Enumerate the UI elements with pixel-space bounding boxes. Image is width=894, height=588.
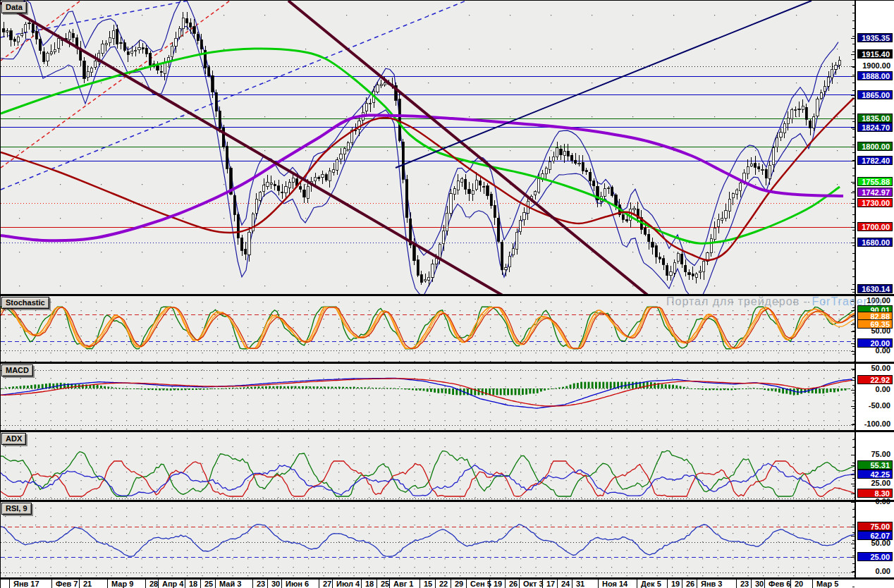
candle [772, 148, 774, 165]
candle [50, 52, 52, 54]
main-chart-canvas[interactable] [1, 1, 855, 294]
candle [790, 110, 792, 119]
macd-histogram-bar [232, 388, 234, 388]
candle [303, 190, 305, 197]
macd-histogram-bar [305, 386, 307, 388]
macd-histogram-bar [675, 386, 678, 388]
panel-button-adx[interactable]: ADX [1, 433, 26, 445]
macd-histogram-bar [680, 386, 682, 388]
candle [405, 180, 408, 217]
scale-minor-tick [852, 284, 855, 285]
adx-canvas[interactable] [1, 432, 855, 500]
scale-value-badge: 25.00 [857, 552, 893, 561]
macd-histogram-bar [265, 386, 267, 388]
macd-canvas[interactable] [1, 364, 855, 430]
macd-histogram-bar [137, 388, 139, 389]
scale-value-badge: 75.00 [857, 522, 893, 531]
macd-histogram-bar [283, 386, 286, 388]
candle [512, 248, 514, 255]
date-axis-label: 27 [323, 579, 331, 588]
macd-histogram-bar [125, 388, 128, 389]
candle [424, 279, 426, 281]
scale-value-badge: 1782.40 [857, 156, 893, 165]
scale-minor-tick [852, 5, 855, 6]
scale-tick-label: 75.00 [857, 450, 893, 459]
date-axis-label: 22 [439, 579, 448, 588]
panel-button-macd[interactable]: MACD [1, 365, 33, 376]
rsi-canvas[interactable] [1, 502, 855, 577]
scale-minor-tick [852, 114, 855, 114]
macd-histogram-bar [12, 386, 14, 388]
macd-histogram-bar [317, 386, 319, 388]
candle [340, 154, 342, 159]
macd-histogram-bar [602, 382, 604, 388]
scale-tick [851, 161, 855, 161]
macd-histogram-bar [324, 386, 326, 388]
date-axis-tick [764, 579, 765, 588]
scale-tick [851, 351, 855, 352]
date-axis[interactable]: Янв 17Фев 721Мар 928Апр 41825Май 32330Ию… [1, 579, 894, 588]
panel-button-stochastic[interactable]: Stochastic [1, 297, 49, 309]
candle [820, 93, 822, 99]
scale-tick [851, 484, 855, 484]
candle [699, 271, 701, 273]
candle [380, 85, 382, 85]
scale-minor-tick [852, 222, 855, 223]
scale-minor-tick [852, 540, 855, 541]
downtrend-line-long [1, 3, 503, 294]
macd-histogram-bar [240, 388, 242, 388]
panel-button-data[interactable]: Data [1, 1, 27, 13]
date-axis-label: 18 [365, 579, 374, 588]
macd-histogram-bar [235, 388, 238, 388]
macd-histogram-bar [771, 388, 773, 391]
scale-value-badge: 1888.00 [857, 71, 893, 80]
date-axis-tick [519, 579, 520, 588]
macd-histogram-bar [42, 384, 44, 388]
macd-histogram-bar [155, 388, 157, 390]
candle [431, 264, 434, 278]
scale-minor-tick [852, 152, 855, 153]
candle [725, 211, 727, 219]
scale-minor-tick [852, 556, 855, 556]
scale-minor-tick [852, 20, 855, 21]
candle [560, 149, 562, 154]
macd-histogram-bar [397, 388, 399, 389]
candle [402, 142, 404, 179]
macd-histogram-bar [565, 386, 568, 388]
candle [336, 160, 338, 171]
scale-minor-tick [852, 168, 855, 169]
macd-histogram-bar [100, 386, 102, 388]
candle [523, 213, 525, 220]
panel-divider[interactable] [1, 577, 894, 580]
scale-tick-label: 0.00 [857, 385, 893, 394]
candle [831, 69, 833, 78]
macd-histogram-bar [368, 388, 370, 388]
macd-histogram-bar [672, 385, 674, 388]
scale-minor-tick [852, 377, 855, 378]
candle [197, 35, 199, 41]
panel-divider[interactable] [1, 430, 894, 432]
candle [307, 186, 309, 198]
scale-minor-tick [852, 269, 855, 269]
macd-histogram-bar [23, 386, 25, 388]
scale-minor-tick [852, 385, 855, 386]
candle [208, 68, 210, 76]
scale-tick [851, 289, 855, 290]
candle [17, 37, 19, 42]
candle [827, 77, 829, 86]
scale-minor-tick [852, 36, 855, 37]
macd-histogram-bar [177, 388, 179, 390]
panel-divider[interactable] [1, 362, 894, 364]
candle [102, 44, 104, 54]
candle [483, 186, 485, 187]
macd-histogram-bar [599, 382, 601, 388]
panel-divider[interactable] [1, 500, 894, 502]
candle [695, 274, 697, 277]
candle [10, 31, 12, 39]
panel-button-rsi[interactable]: RSI, 9 [1, 503, 32, 515]
date-axis-label: Май 3 [219, 579, 241, 588]
candle [255, 199, 257, 213]
scale-tick-label: -50.00 [857, 401, 893, 410]
scale-minor-tick [852, 191, 855, 192]
macd-histogram-bar [243, 387, 245, 388]
